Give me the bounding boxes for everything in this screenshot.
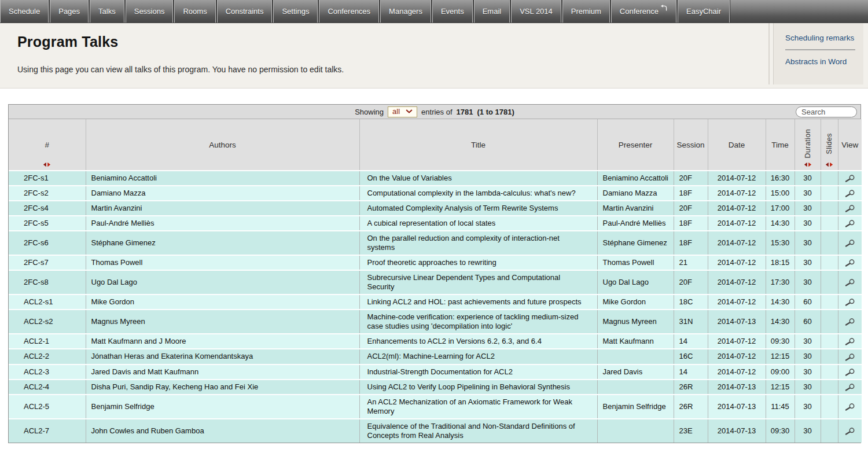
cell-date: 2014-07-13 xyxy=(708,380,766,395)
cell-id: 2FC-s6 xyxy=(9,231,86,255)
cell-authors: Martin Avanzini xyxy=(86,201,359,216)
cell-session: 26R xyxy=(674,395,708,419)
cell-authors: Jónathan Heras and Ekaterina Komendantsk… xyxy=(86,349,359,364)
view-talk-button[interactable] xyxy=(838,270,862,294)
cell-presenter: Thomas Powell xyxy=(597,255,674,270)
nav-tab-easychair[interactable]: EasyChair xyxy=(678,0,730,23)
magnifier-icon xyxy=(844,174,855,182)
cell-time: 12:15 xyxy=(766,380,795,395)
nav-tab-premium[interactable]: Premium xyxy=(562,0,610,23)
cell-date: 2014-07-12 xyxy=(708,216,766,231)
view-talk-button[interactable] xyxy=(838,364,862,380)
magnifier-icon xyxy=(844,367,855,376)
nav-tab-sessions[interactable]: Sessions xyxy=(126,0,174,23)
cell-date: 2014-07-12 xyxy=(708,231,766,255)
nav-tab-rooms[interactable]: Rooms xyxy=(174,0,215,23)
magnifier-icon xyxy=(844,317,855,326)
view-talk-button[interactable] xyxy=(838,310,862,334)
view-talk-button[interactable] xyxy=(838,201,862,216)
cell-title: Using ACL2 to Verify Loop Pipelining in … xyxy=(359,380,597,395)
cell-duration: 60 xyxy=(795,310,821,334)
table-row: ACL2-s2Magnus MyreenMachine-code verific… xyxy=(9,310,862,334)
cell-date: 2014-07-13 xyxy=(708,395,766,419)
column-header-view: View xyxy=(838,119,862,171)
cell-slides xyxy=(821,231,838,255)
nav-tab-managers[interactable]: Managers xyxy=(380,0,431,23)
view-talk-button[interactable] xyxy=(838,186,862,201)
view-talk-button[interactable] xyxy=(838,395,862,419)
nav-tab-vsl-2014[interactable]: VSL 2014 xyxy=(511,0,561,23)
cell-id: ACL2-3 xyxy=(9,364,86,380)
view-talk-button[interactable] xyxy=(838,349,862,364)
cell-time: 14:30 xyxy=(766,216,795,231)
entries-of-label: entries of xyxy=(421,108,452,116)
magnifier-icon xyxy=(844,258,855,267)
table-row: ACL2-3Jared Davis and Matt KaufmannIndus… xyxy=(9,364,862,380)
sort-control-duration[interactable] xyxy=(803,162,812,167)
cell-authors: Matt Kaufmann and J Moore xyxy=(86,334,359,349)
nav-tab-conference[interactable]: Conference xyxy=(611,0,676,23)
nav-tab-schedule[interactable]: Schedule xyxy=(0,0,49,23)
cell-presenter: Damiano Mazza xyxy=(597,186,674,201)
cell-title: A cubical representation of local states xyxy=(359,216,597,231)
view-talk-button[interactable] xyxy=(838,171,862,186)
nav-tab-label: Pages xyxy=(58,7,80,16)
cell-time: 15:30 xyxy=(766,231,795,255)
cell-presenter: Ugo Dal Lago xyxy=(597,270,674,294)
view-talk-button[interactable] xyxy=(838,380,862,395)
cell-time: 09:30 xyxy=(766,334,795,349)
nav-tab-talks[interactable]: Talks xyxy=(90,0,124,23)
cell-date: 2014-07-12 xyxy=(708,201,766,216)
cell-id: 2FC-s2 xyxy=(9,186,86,201)
nav-tab-conferences[interactable]: Conferences xyxy=(319,0,379,23)
cell-authors: Stéphane Gimenez xyxy=(86,231,359,255)
nav-tab-constraints[interactable]: Constraints xyxy=(217,0,273,23)
table-row: ACL2-7John Cowles and Ruben GamboaEquiva… xyxy=(9,419,862,443)
cell-slides xyxy=(821,349,838,364)
talks-table-body: 2FC-s1Beniamino AccattoliOn the Value of… xyxy=(9,171,862,443)
nav-tab-label: Rooms xyxy=(183,7,207,16)
column-header-authors: Authors xyxy=(86,119,359,171)
view-talk-button[interactable] xyxy=(838,294,862,310)
cell-title: On the Value of Variables xyxy=(359,171,597,186)
view-talk-button[interactable] xyxy=(838,231,862,255)
table-row: 2FC-s7Thomas PowellProof theoretic appro… xyxy=(9,255,862,270)
cell-duration: 30 xyxy=(795,364,821,380)
nav-tab-events[interactable]: Events xyxy=(432,0,473,23)
abstracts-in-word-link[interactable]: Abstracts in Word xyxy=(774,55,863,71)
magnifier-icon xyxy=(844,204,855,212)
cell-presenter: Paul-André Melliès xyxy=(597,216,674,231)
view-talk-button[interactable] xyxy=(838,334,862,349)
cell-date: 2014-07-12 xyxy=(708,255,766,270)
scheduling-remarks-link[interactable]: Scheduling remarks xyxy=(774,31,863,47)
cell-presenter: Matt Kaufmann xyxy=(597,334,674,349)
side-panel: Scheduling remarks Abstracts in Word xyxy=(773,23,863,84)
column-header-date: Date xyxy=(708,119,766,171)
table-row: ACL2-s1Mike GordonLinking ACL2 and HOL: … xyxy=(9,294,862,310)
talks-table: Showing all entries of 1781 (1 to 1781) … xyxy=(8,104,861,443)
cell-date: 2014-07-12 xyxy=(708,186,766,201)
cell-authors: Magnus Myreen xyxy=(86,310,359,334)
nav-tab-email[interactable]: Email xyxy=(474,0,510,23)
column-header-time: Time xyxy=(766,119,795,171)
sort-control-id[interactable] xyxy=(43,162,52,167)
cell-authors: Disha Puri, Sandip Ray, Kecheng Hao and … xyxy=(86,380,359,395)
view-talk-button[interactable] xyxy=(838,216,862,231)
cell-session: 18C xyxy=(674,294,708,310)
nav-tab-settings[interactable]: Settings xyxy=(273,0,318,23)
cell-title: Proof theoretic approaches to rewriting xyxy=(359,255,597,270)
view-talk-button[interactable] xyxy=(838,255,862,270)
cell-id: 2FC-s4 xyxy=(9,201,86,216)
nav-tab-label: Premium xyxy=(571,7,601,16)
view-talk-button[interactable] xyxy=(838,419,862,443)
cell-session: 18F xyxy=(674,231,708,255)
nav-tab-pages[interactable]: Pages xyxy=(50,0,89,23)
search-input[interactable] xyxy=(796,106,857,117)
cell-id: ACL2-7 xyxy=(9,419,86,443)
entries-per-page-select[interactable]: all xyxy=(388,106,417,117)
cell-presenter: Magnus Myreen xyxy=(597,310,674,334)
cell-authors: Damiano Mazza xyxy=(86,186,359,201)
cell-slides xyxy=(821,419,838,443)
table-row: 2FC-s4Martin AvanziniAutomated Complexit… xyxy=(9,201,862,216)
sort-control-slides[interactable] xyxy=(825,162,834,167)
